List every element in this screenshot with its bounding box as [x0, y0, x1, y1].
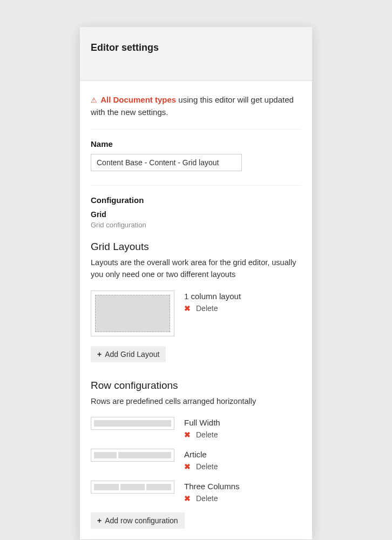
plus-icon: +	[97, 517, 102, 524]
delete-label: Delete	[196, 494, 218, 503]
delete-grid-layout-button[interactable]: ✖ Delete	[184, 304, 241, 313]
editor-settings-panel: Editor settings ⚠ All Document types usi…	[80, 27, 312, 539]
warning-strong: All Document types	[100, 95, 176, 104]
add-grid-layout-button[interactable]: + Add Grid Layout	[91, 346, 166, 362]
row-configurations-section: Row configurations Rows are predefined c…	[91, 380, 301, 529]
row-cells-icon	[94, 484, 171, 490]
cell	[94, 452, 117, 458]
delete-label: Delete	[196, 304, 218, 313]
grid-subheading: Grid	[91, 210, 301, 219]
add-row-configuration-label: Add row configuration	[105, 516, 178, 525]
row-thumbnail-full-width	[91, 417, 174, 430]
cell	[120, 484, 145, 490]
row-config-name: Article	[184, 450, 218, 459]
warning-message: ⚠ All Document types using this editor w…	[91, 94, 301, 118]
row-config-info: Three Columns ✖ Delete	[184, 481, 240, 503]
close-icon: ✖	[184, 463, 191, 470]
row-config-item[interactable]: Full Width ✖ Delete	[91, 417, 301, 439]
cell	[94, 420, 171, 427]
delete-label: Delete	[196, 430, 218, 439]
name-input[interactable]	[91, 154, 242, 171]
delete-row-config-button[interactable]: ✖ Delete	[184, 462, 218, 471]
grid-layouts-description: Layouts are the overall work area for th…	[91, 257, 301, 281]
warning-icon: ⚠	[91, 95, 97, 106]
row-cells-icon	[94, 420, 171, 427]
configuration-section: Configuration Grid Grid configuration Gr…	[91, 185, 301, 529]
panel-title: Editor settings	[91, 42, 301, 53]
row-cells-icon	[94, 452, 171, 458]
delete-row-config-button[interactable]: ✖ Delete	[184, 430, 220, 439]
cell	[94, 484, 119, 490]
add-row-configuration-button[interactable]: + Add row configuration	[91, 512, 185, 529]
grid-layout-name: 1 column layout	[184, 292, 241, 301]
row-thumbnail-three-columns	[91, 481, 174, 494]
row-config-item[interactable]: Three Columns ✖ Delete	[91, 481, 301, 503]
row-config-info: Full Width ✖ Delete	[184, 417, 220, 439]
delete-row-config-button[interactable]: ✖ Delete	[184, 494, 240, 503]
grid-layout-info: 1 column layout ✖ Delete	[184, 291, 241, 313]
row-thumbnail-article	[91, 449, 174, 462]
row-configurations-title: Row configurations	[91, 380, 301, 392]
panel-body: ⚠ All Document types using this editor w…	[80, 81, 312, 539]
grid-layout-item[interactable]: 1 column layout ✖ Delete	[91, 291, 301, 336]
cell	[146, 484, 171, 490]
close-icon: ✖	[184, 305, 191, 312]
grid-layout-thumbnail	[91, 291, 174, 336]
add-grid-layout-label: Add Grid Layout	[105, 350, 159, 359]
row-config-name: Full Width	[184, 418, 220, 427]
grid-box-icon	[95, 295, 170, 332]
configuration-heading: Configuration	[91, 195, 301, 205]
close-icon: ✖	[184, 431, 191, 438]
panel-header: Editor settings	[80, 27, 312, 81]
cell	[118, 452, 171, 458]
row-config-info: Article ✖ Delete	[184, 449, 218, 471]
close-icon: ✖	[184, 495, 191, 502]
row-config-name: Three Columns	[184, 482, 240, 491]
row-config-item[interactable]: Article ✖ Delete	[91, 449, 301, 471]
row-configurations-description: Rows are predefined cells arranged horiz…	[91, 396, 301, 408]
delete-label: Delete	[196, 462, 218, 471]
plus-icon: +	[97, 350, 102, 358]
name-label: Name	[91, 139, 301, 148]
divider	[91, 129, 301, 130]
grid-layouts-title: Grid Layouts	[91, 241, 301, 253]
grid-hint: Grid configuration	[91, 221, 301, 229]
